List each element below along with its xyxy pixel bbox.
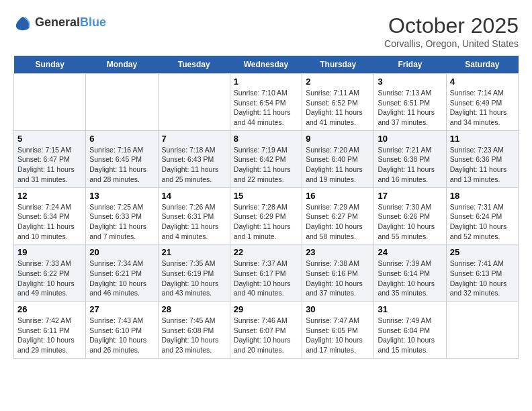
day-header-friday: Friday bbox=[374, 56, 446, 74]
day-number: 12 bbox=[17, 191, 82, 201]
calendar-cell: 27Sunrise: 7:43 AMSunset: 6:10 PMDayligh… bbox=[86, 302, 158, 359]
sunrise-text: Sunrise: 7:30 AMSunset: 6:26 PMDaylight:… bbox=[378, 203, 435, 240]
sunrise-text: Sunrise: 7:28 AMSunset: 6:29 PMDaylight:… bbox=[234, 203, 291, 240]
sunrise-text: Sunrise: 7:26 AMSunset: 6:31 PMDaylight:… bbox=[162, 203, 219, 240]
month-title: October 2025 bbox=[384, 13, 519, 38]
day-number: 11 bbox=[450, 134, 515, 144]
day-header-saturday: Saturday bbox=[446, 56, 518, 74]
sunrise-text: Sunrise: 7:42 AMSunset: 6:11 PMDaylight:… bbox=[17, 316, 75, 354]
sunrise-text: Sunrise: 7:14 AMSunset: 6:49 PMDaylight:… bbox=[450, 89, 507, 126]
sunrise-text: Sunrise: 7:21 AMSunset: 6:38 PMDaylight:… bbox=[378, 146, 435, 183]
sunrise-text: Sunrise: 7:38 AMSunset: 6:16 PMDaylight:… bbox=[306, 259, 363, 297]
calendar-cell: 25Sunrise: 7:41 AMSunset: 6:13 PMDayligh… bbox=[446, 244, 518, 302]
sunrise-text: Sunrise: 7:33 AMSunset: 6:22 PMDaylight:… bbox=[17, 259, 75, 297]
calendar-cell: 16Sunrise: 7:29 AMSunset: 6:27 PMDayligh… bbox=[302, 187, 374, 244]
sunrise-text: Sunrise: 7:35 AMSunset: 6:19 PMDaylight:… bbox=[162, 259, 219, 297]
calendar-cell: 24Sunrise: 7:39 AMSunset: 6:14 PMDayligh… bbox=[374, 244, 446, 302]
day-number: 3 bbox=[378, 77, 442, 87]
day-number: 19 bbox=[17, 247, 82, 257]
calendar-cell: 12Sunrise: 7:24 AMSunset: 6:34 PMDayligh… bbox=[14, 187, 86, 244]
calendar-cell: 29Sunrise: 7:46 AMSunset: 6:07 PMDayligh… bbox=[230, 302, 302, 359]
week-row-3: 12Sunrise: 7:24 AMSunset: 6:34 PMDayligh… bbox=[14, 187, 519, 244]
title-block: October 2025 Corvallis, Oregon, United S… bbox=[384, 13, 519, 49]
calendar-cell: 20Sunrise: 7:34 AMSunset: 6:21 PMDayligh… bbox=[86, 244, 158, 302]
day-number: 25 bbox=[450, 247, 515, 257]
week-row-4: 19Sunrise: 7:33 AMSunset: 6:22 PMDayligh… bbox=[14, 244, 519, 302]
calendar-cell: 14Sunrise: 7:26 AMSunset: 6:31 PMDayligh… bbox=[158, 187, 230, 244]
calendar-cell: 8Sunrise: 7:19 AMSunset: 6:42 PMDaylight… bbox=[230, 130, 302, 187]
day-number: 28 bbox=[162, 304, 226, 314]
day-number: 13 bbox=[89, 191, 154, 201]
day-number: 29 bbox=[234, 304, 298, 314]
day-number: 8 bbox=[234, 134, 298, 144]
calendar-cell: 2Sunrise: 7:11 AMSunset: 6:52 PMDaylight… bbox=[302, 74, 374, 131]
calendar-cell: 31Sunrise: 7:49 AMSunset: 6:04 PMDayligh… bbox=[374, 302, 446, 359]
calendar-cell: 9Sunrise: 7:20 AMSunset: 6:40 PMDaylight… bbox=[302, 130, 374, 187]
week-row-5: 26Sunrise: 7:42 AMSunset: 6:11 PMDayligh… bbox=[14, 302, 519, 359]
days-header-row: SundayMondayTuesdayWednesdayThursdayFrid… bbox=[14, 56, 519, 74]
day-number: 4 bbox=[450, 77, 515, 87]
day-number: 21 bbox=[162, 247, 226, 257]
calendar-cell: 28Sunrise: 7:45 AMSunset: 6:08 PMDayligh… bbox=[158, 302, 230, 359]
day-header-thursday: Thursday bbox=[302, 56, 374, 74]
calendar-cell bbox=[14, 74, 86, 131]
day-number: 5 bbox=[17, 134, 82, 144]
calendar-cell bbox=[158, 74, 230, 131]
day-number: 10 bbox=[378, 134, 442, 144]
day-header-sunday: Sunday bbox=[14, 56, 86, 74]
day-number: 22 bbox=[234, 247, 298, 257]
day-header-tuesday: Tuesday bbox=[158, 56, 230, 74]
day-header-monday: Monday bbox=[86, 56, 158, 74]
page-header: General Blue October 2025 Corvallis, Ore… bbox=[13, 13, 519, 49]
day-number: 9 bbox=[306, 134, 370, 144]
calendar-cell: 26Sunrise: 7:42 AMSunset: 6:11 PMDayligh… bbox=[14, 302, 86, 359]
day-number: 20 bbox=[89, 247, 154, 257]
sunrise-text: Sunrise: 7:16 AMSunset: 6:45 PMDaylight:… bbox=[89, 146, 146, 183]
calendar-cell: 11Sunrise: 7:23 AMSunset: 6:36 PMDayligh… bbox=[446, 130, 518, 187]
day-number: 1 bbox=[234, 77, 298, 87]
sunrise-text: Sunrise: 7:11 AMSunset: 6:52 PMDaylight:… bbox=[306, 89, 363, 126]
calendar-cell: 21Sunrise: 7:35 AMSunset: 6:19 PMDayligh… bbox=[158, 244, 230, 302]
sunrise-text: Sunrise: 7:41 AMSunset: 6:13 PMDaylight:… bbox=[450, 259, 507, 297]
logo: General Blue bbox=[13, 13, 106, 32]
sunrise-text: Sunrise: 7:34 AMSunset: 6:21 PMDaylight:… bbox=[89, 259, 146, 297]
sunrise-text: Sunrise: 7:23 AMSunset: 6:36 PMDaylight:… bbox=[450, 146, 507, 183]
day-number: 16 bbox=[306, 191, 370, 201]
sunrise-text: Sunrise: 7:43 AMSunset: 6:10 PMDaylight:… bbox=[89, 316, 146, 354]
sunrise-text: Sunrise: 7:20 AMSunset: 6:40 PMDaylight:… bbox=[306, 146, 363, 183]
day-number: 30 bbox=[306, 304, 370, 314]
sunrise-text: Sunrise: 7:49 AMSunset: 6:04 PMDaylight:… bbox=[378, 316, 435, 354]
day-number: 6 bbox=[89, 134, 154, 144]
calendar-cell: 10Sunrise: 7:21 AMSunset: 6:38 PMDayligh… bbox=[374, 130, 446, 187]
calendar-cell: 13Sunrise: 7:25 AMSunset: 6:33 PMDayligh… bbox=[86, 187, 158, 244]
week-row-1: 1Sunrise: 7:10 AMSunset: 6:54 PMDaylight… bbox=[14, 74, 519, 131]
sunrise-text: Sunrise: 7:25 AMSunset: 6:33 PMDaylight:… bbox=[89, 203, 146, 240]
logo-text: General Blue bbox=[35, 16, 106, 30]
day-number: 14 bbox=[162, 191, 226, 201]
sunrise-text: Sunrise: 7:29 AMSunset: 6:27 PMDaylight:… bbox=[306, 203, 363, 240]
sunrise-text: Sunrise: 7:47 AMSunset: 6:05 PMDaylight:… bbox=[306, 316, 363, 354]
day-number: 31 bbox=[378, 304, 442, 314]
sunrise-text: Sunrise: 7:46 AMSunset: 6:07 PMDaylight:… bbox=[234, 316, 291, 354]
logo-icon bbox=[13, 13, 32, 32]
day-number: 26 bbox=[17, 304, 82, 314]
sunrise-text: Sunrise: 7:39 AMSunset: 6:14 PMDaylight:… bbox=[378, 259, 435, 297]
day-number: 27 bbox=[89, 304, 154, 314]
day-number: 15 bbox=[234, 191, 298, 201]
day-number: 18 bbox=[450, 191, 515, 201]
sunrise-text: Sunrise: 7:45 AMSunset: 6:08 PMDaylight:… bbox=[162, 316, 219, 354]
calendar-cell: 30Sunrise: 7:47 AMSunset: 6:05 PMDayligh… bbox=[302, 302, 374, 359]
calendar-cell bbox=[446, 302, 518, 359]
calendar-cell: 6Sunrise: 7:16 AMSunset: 6:45 PMDaylight… bbox=[86, 130, 158, 187]
day-number: 7 bbox=[162, 134, 226, 144]
location-title: Corvallis, Oregon, United States bbox=[384, 38, 519, 49]
calendar-cell: 19Sunrise: 7:33 AMSunset: 6:22 PMDayligh… bbox=[14, 244, 86, 302]
day-header-wednesday: Wednesday bbox=[230, 56, 302, 74]
calendar-cell: 17Sunrise: 7:30 AMSunset: 6:26 PMDayligh… bbox=[374, 187, 446, 244]
sunrise-text: Sunrise: 7:15 AMSunset: 6:47 PMDaylight:… bbox=[17, 146, 75, 183]
calendar-cell: 5Sunrise: 7:15 AMSunset: 6:47 PMDaylight… bbox=[14, 130, 86, 187]
sunrise-text: Sunrise: 7:18 AMSunset: 6:43 PMDaylight:… bbox=[162, 146, 219, 183]
calendar-cell: 7Sunrise: 7:18 AMSunset: 6:43 PMDaylight… bbox=[158, 130, 230, 187]
sunrise-text: Sunrise: 7:31 AMSunset: 6:24 PMDaylight:… bbox=[450, 203, 507, 240]
calendar-cell: 15Sunrise: 7:28 AMSunset: 6:29 PMDayligh… bbox=[230, 187, 302, 244]
